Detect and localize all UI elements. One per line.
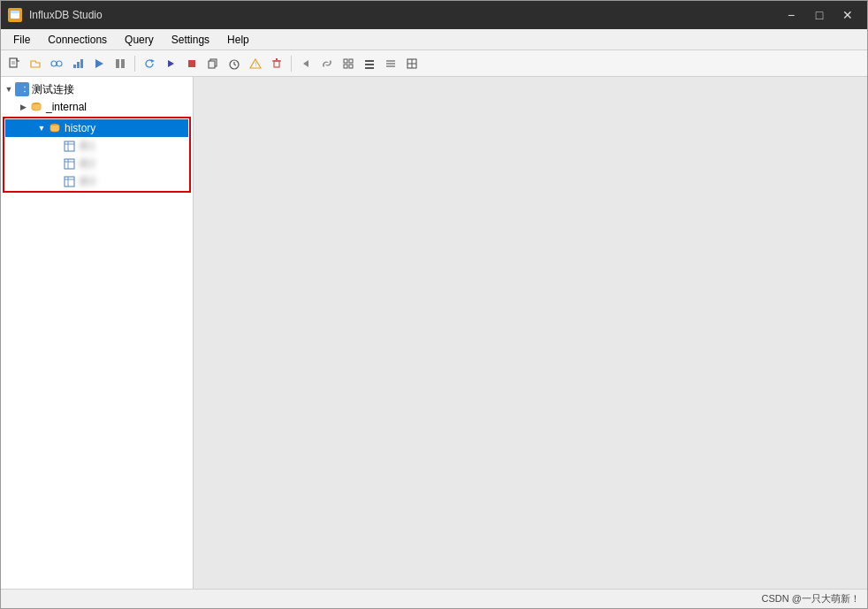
svg-rect-20	[209, 61, 215, 68]
svg-marker-16	[151, 59, 155, 63]
svg-rect-31	[349, 59, 353, 63]
toolbar-new[interactable]	[4, 54, 24, 73]
svg-marker-13	[95, 59, 103, 68]
table-icon-1	[62, 139, 76, 153]
svg-rect-2	[10, 58, 17, 67]
toolbar-connect[interactable]	[47, 54, 66, 73]
app-title: InfluxDB Studio	[29, 9, 779, 21]
menu-bar: File Connections Query Settings Help	[1, 29, 867, 50]
svg-rect-11	[77, 62, 80, 68]
left-panel: ▼ 测试连接 ▶ _internal	[1, 77, 194, 589]
svg-rect-36	[365, 67, 374, 69]
table-icon-2	[62, 156, 76, 171]
toolbar-grid4[interactable]	[402, 54, 422, 73]
toolbar-sep1	[134, 56, 135, 72]
status-text: CSDN @一只大萌新！	[762, 592, 860, 605]
server-icon	[15, 82, 29, 96]
connection-label: 测试连接	[32, 82, 74, 97]
table2-label: 表2	[79, 156, 95, 171]
toolbar-execute[interactable]	[161, 54, 180, 73]
svg-point-8	[57, 61, 62, 66]
toolbar-stop[interactable]	[182, 54, 202, 73]
app-logo	[8, 8, 22, 22]
svg-rect-0	[11, 12, 19, 19]
tree-view: ▼ 测试连接 ▶ _internal	[1, 77, 193, 197]
toolbar-grid1[interactable]	[339, 54, 358, 73]
svg-rect-34	[365, 60, 374, 62]
table1-label: 表1	[79, 139, 95, 154]
tree-table3[interactable]: 表3	[5, 172, 188, 190]
svg-point-46	[24, 91, 26, 93]
toolbar-open[interactable]	[26, 54, 45, 73]
tree-db-history[interactable]: ▼ history	[5, 119, 188, 137]
app-window: InfluxDB Studio − □ ✕ File Connections Q…	[0, 0, 868, 609]
status-bar: CSDN @一只大萌新！	[1, 589, 867, 608]
toolbar-chart[interactable]	[68, 54, 88, 73]
tree-connection[interactable]: ▼ 测试连接	[1, 80, 193, 98]
svg-line-23	[234, 65, 236, 65]
svg-rect-14	[116, 59, 119, 68]
svg-rect-52	[65, 159, 74, 169]
tree-table1[interactable]: 表1	[5, 137, 188, 155]
table3-label: 表3	[79, 174, 95, 189]
svg-rect-15	[121, 59, 125, 68]
svg-point-7	[51, 61, 57, 66]
toolbar-alert[interactable]: !	[246, 54, 265, 73]
toolbar-sep2	[291, 56, 292, 72]
svg-rect-26	[274, 61, 279, 67]
svg-rect-33	[349, 65, 353, 68]
toolbar-run[interactable]	[89, 54, 109, 73]
toolbar-timer[interactable]	[225, 54, 244, 73]
svg-marker-29	[303, 60, 308, 67]
table-icon-3	[62, 174, 76, 188]
db-icon-history	[48, 121, 62, 135]
right-panel	[194, 77, 867, 589]
svg-point-45	[24, 87, 26, 88]
toolbar: !	[1, 50, 867, 77]
expand-internal[interactable]: ▶	[17, 101, 29, 113]
toolbar-back[interactable]	[296, 54, 316, 73]
svg-rect-32	[344, 65, 347, 68]
minimize-button[interactable]: −	[779, 6, 803, 24]
tree-table2[interactable]: 表2	[5, 155, 188, 172]
svg-rect-35	[365, 64, 374, 65]
svg-marker-17	[168, 60, 174, 67]
svg-rect-49	[65, 141, 74, 151]
menu-help[interactable]: Help	[218, 32, 258, 48]
menu-connections[interactable]: Connections	[39, 32, 116, 48]
expand-connection[interactable]: ▼	[3, 83, 15, 95]
expand-table1	[49, 140, 62, 152]
close-button[interactable]: ✕	[835, 6, 860, 24]
maximize-button[interactable]: □	[807, 6, 832, 24]
toolbar-btn6[interactable]	[110, 54, 130, 73]
menu-settings[interactable]: Settings	[163, 32, 218, 48]
toolbar-refresh[interactable]	[140, 54, 159, 73]
toolbar-copy[interactable]	[203, 54, 223, 73]
svg-rect-12	[80, 59, 83, 68]
toolbar-link[interactable]	[317, 54, 337, 73]
toolbar-delete[interactable]	[267, 54, 286, 73]
menu-query[interactable]: Query	[116, 32, 163, 48]
toolbar-grid2[interactable]	[360, 54, 379, 73]
tree-db-internal[interactable]: ▶ _internal	[1, 98, 193, 116]
expand-history[interactable]: ▼	[35, 122, 48, 134]
expand-table3	[49, 175, 62, 187]
svg-rect-18	[188, 60, 195, 67]
svg-text:!: !	[255, 61, 257, 67]
main-content: ▼ 测试连接 ▶ _internal	[1, 77, 867, 589]
toolbar-grid3[interactable]	[381, 54, 400, 73]
svg-rect-10	[73, 65, 76, 68]
expand-table2	[49, 157, 62, 170]
svg-rect-1	[11, 11, 19, 13]
title-bar: InfluxDB Studio − □ ✕	[1, 1, 867, 29]
db-history-label: history	[65, 122, 95, 134]
svg-rect-30	[344, 59, 347, 63]
svg-rect-55	[65, 177, 74, 187]
db-icon-internal	[29, 100, 43, 114]
selection-box: ▼ history 表1	[3, 117, 191, 193]
window-controls: − □ ✕	[779, 6, 860, 24]
db-internal-label: _internal	[46, 101, 87, 113]
menu-file[interactable]: File	[4, 32, 39, 48]
